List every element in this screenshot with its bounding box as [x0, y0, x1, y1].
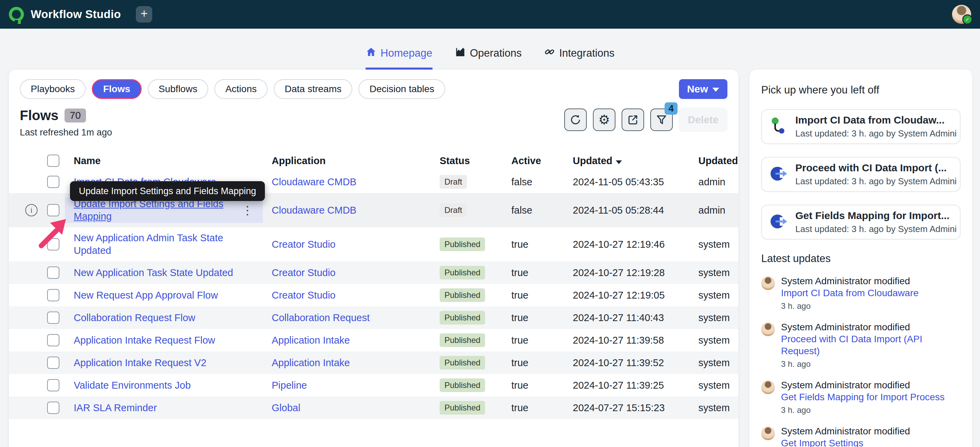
table-row[interactable]: New Request App Approval FlowCreator Stu… — [9, 284, 738, 306]
new-button-label: New — [687, 83, 708, 95]
status-badge: Published — [440, 356, 485, 369]
top-bar: Workflow Studio + ✓ — [0, 0, 980, 29]
delete-button[interactable]: Delete — [679, 108, 727, 132]
table-body: Import CI Data from CloudawareCloudaware… — [9, 170, 738, 419]
tab-operations[interactable]: Operations — [455, 46, 522, 70]
pill-subflows[interactable]: Subflows — [148, 79, 208, 99]
table-row[interactable]: New Application Task State UpdatedCreato… — [9, 261, 738, 284]
application-cell: Application Intake — [263, 357, 431, 369]
update-flow-link[interactable]: Import CI Data from Cloudaware — [781, 287, 918, 299]
column-header-application[interactable]: Application — [263, 155, 431, 167]
entity-filter-row: PlaybooksFlowsSubflowsActionsData stream… — [9, 79, 738, 99]
flow-name-link[interactable]: Collaboration Request Flow — [74, 312, 195, 324]
application-link[interactable]: Cloudaware CMDB — [272, 205, 356, 216]
application-link[interactable]: Application Intake — [272, 335, 350, 346]
pickup-card-title: Proceed with CI Data Import (... — [795, 162, 956, 174]
table-row[interactable]: IAR SLA ReminderGlobalPublishedtrue2024-… — [9, 396, 738, 419]
refresh-button[interactable] — [564, 108, 587, 131]
update-flow-link[interactable]: Proceed with CI Data Import (API Request… — [781, 333, 961, 357]
update-flow-link[interactable]: Get Import Settings — [781, 437, 910, 447]
flow-name-link[interactable]: New Application Task State Updated — [74, 267, 233, 279]
pickup-card[interactable]: Proceed with CI Data Import (...Last upd… — [761, 157, 961, 192]
update-item: System Administrator modifiedGet Fields … — [761, 379, 961, 416]
status-badge: Published — [440, 237, 485, 251]
status-cell: Published — [431, 356, 503, 369]
application-link[interactable]: Creator Studio — [272, 267, 336, 278]
tab-homepage[interactable]: Homepage — [366, 46, 433, 70]
application-link[interactable]: Collaboration Request — [272, 312, 370, 323]
row-checkbox[interactable] — [47, 289, 59, 301]
avatar — [761, 323, 775, 336]
select-all-checkbox[interactable] — [47, 154, 59, 167]
pickup-card[interactable]: Get Fields Mapping for Import...Last upd… — [761, 205, 961, 240]
column-header-updated-by[interactable]: Updated by — [689, 155, 738, 167]
updated-by-cell: system — [689, 380, 738, 391]
settings-button[interactable]: ⚙ — [593, 108, 616, 131]
pill-playbooks[interactable]: Playbooks — [20, 79, 86, 99]
row-checkbox[interactable] — [47, 356, 59, 369]
application-cell: Creator Studio — [263, 239, 431, 250]
flow-name-link[interactable]: Application Intake Request V2 — [74, 356, 207, 369]
column-header-status[interactable]: Status — [431, 155, 503, 167]
table-header-row: Name Application Status Active Updated U… — [9, 151, 738, 170]
row-checkbox[interactable] — [47, 334, 59, 346]
column-header-active[interactable]: Active — [503, 155, 564, 167]
row-checkbox[interactable] — [47, 402, 59, 414]
table-row[interactable]: Application Intake Request FlowApplicati… — [9, 329, 738, 352]
table-row[interactable]: Application Intake Request V2Application… — [9, 352, 738, 374]
status-badge: Published — [440, 379, 485, 392]
tab-label: Integrations — [559, 47, 614, 59]
flow-name-link[interactable]: Validate Environments Job — [74, 379, 191, 392]
update-actor-text: System Administrator modified — [781, 426, 910, 436]
row-checkbox[interactable] — [47, 312, 59, 324]
flow-name-link[interactable]: IAR SLA Reminder — [74, 402, 157, 414]
table-row[interactable]: New Application Admin Task State Updated… — [9, 227, 738, 261]
pill-actions[interactable]: Actions — [214, 79, 267, 99]
flow-name-link[interactable]: New Request App Approval Flow — [74, 289, 218, 302]
row-checkbox[interactable] — [47, 204, 59, 216]
new-button[interactable]: New — [679, 79, 727, 99]
name-cell: New Application Admin Task State Updated — [65, 232, 263, 257]
info-icon[interactable]: i — [25, 204, 38, 216]
tab-integrations[interactable]: Integrations — [544, 46, 614, 70]
filter-button[interactable]: 4 — [650, 108, 673, 131]
updated-cell: 2024-11-05 05:43:35 — [564, 177, 689, 188]
row-checkbox[interactable] — [47, 379, 59, 391]
user-avatar[interactable]: ✓ — [952, 5, 971, 24]
application-link[interactable]: Global — [272, 402, 301, 413]
pill-flows[interactable]: Flows — [92, 79, 141, 99]
update-flow-link[interactable]: Get Fields Mapping for Import Process — [781, 391, 945, 403]
pill-decision-tables[interactable]: Decision tables — [358, 79, 445, 99]
row-checkbox[interactable] — [47, 267, 59, 279]
application-link[interactable]: Application Intake — [272, 357, 350, 368]
pickup-card[interactable]: Import CI Data from Cloudaw...Last updat… — [761, 109, 961, 144]
filter-icon — [655, 114, 668, 126]
kebab-menu-icon[interactable]: ⋮ — [242, 204, 253, 217]
row-checkbox[interactable] — [47, 176, 59, 188]
flow-name-link[interactable]: Application Intake Request Flow — [74, 334, 215, 347]
page: Workflow Studio + ✓ HomepageOperationsIn… — [0, 0, 980, 447]
application-link[interactable]: Creator Studio — [272, 239, 336, 250]
active-cell: true — [503, 380, 564, 391]
column-header-name[interactable]: Name — [65, 155, 263, 167]
application-cell: Creator Studio — [263, 290, 431, 301]
flow-name-link[interactable]: Update Import Settings and Fields Mappin… — [74, 197, 237, 223]
application-link[interactable]: Pipeline — [272, 380, 307, 391]
update-time: 3 h. ago — [781, 404, 945, 416]
pickup-card-title: Get Fields Mapping for Import... — [795, 210, 956, 221]
row-checkbox[interactable] — [47, 238, 59, 250]
table-row[interactable]: Collaboration Request FlowCollaboration … — [9, 306, 738, 329]
status-badge: Draft — [440, 204, 467, 217]
application-link[interactable]: Cloudaware CMDB — [272, 177, 356, 187]
pill-data-streams[interactable]: Data streams — [274, 79, 353, 99]
flow-name-link[interactable]: New Application Admin Task State Updated — [74, 232, 237, 257]
updated-by-cell: admin — [689, 177, 738, 188]
application-link[interactable]: Creator Studio — [272, 290, 336, 301]
refresh-icon — [570, 114, 582, 126]
updated-cell: 2024-11-05 05:28:44 — [564, 205, 689, 216]
export-button[interactable] — [622, 108, 644, 131]
column-header-updated[interactable]: Updated — [564, 155, 689, 167]
add-workspace-button[interactable]: + — [136, 6, 152, 22]
application-cell: Cloudaware CMDB — [263, 205, 431, 216]
table-row[interactable]: Validate Environments JobPipelinePublish… — [9, 374, 738, 396]
